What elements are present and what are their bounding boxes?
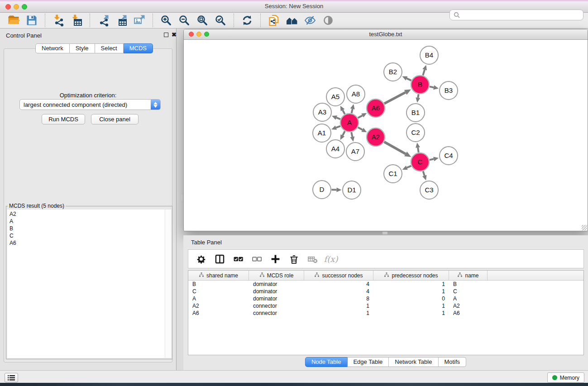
tab-select[interactable]: Select [95, 43, 124, 53]
mcds-result-list[interactable]: A2ABCA6 [7, 210, 171, 358]
table-cell[interactable]: 1 [373, 310, 449, 316]
column-header-shared-name[interactable]: shared name [188, 271, 249, 280]
mcds-result-item[interactable]: A6 [7, 239, 171, 247]
graph-edge-B-B1[interactable] [418, 94, 418, 98]
table-cell[interactable]: C [188, 288, 249, 295]
table-cell[interactable]: A2 [188, 303, 249, 309]
search-box[interactable] [449, 10, 583, 20]
zoom-in-icon[interactable] [159, 14, 173, 27]
table-cell[interactable]: 4 [304, 281, 373, 287]
table-cell[interactable]: connector [249, 303, 304, 309]
graph-edge-A-A2[interactable] [358, 127, 363, 129]
column-header-predecessor-nodes[interactable]: predecessor nodes [373, 271, 449, 280]
table-cell[interactable]: 1 [373, 288, 449, 295]
refresh-view-icon[interactable] [240, 14, 254, 27]
table-cell[interactable]: 1 [373, 303, 449, 309]
table-cell[interactable]: dominator [249, 288, 304, 295]
column-header-successor-nodes[interactable]: successor nodes [304, 271, 373, 280]
graph-edge-C-C4[interactable] [430, 159, 434, 160]
table-cell[interactable]: C [449, 288, 488, 295]
graph-edge-B-B2[interactable] [406, 78, 411, 81]
graph-edge-A-A1[interactable] [336, 126, 340, 128]
table-cell[interactable]: 1 [304, 310, 373, 316]
tab-network[interactable]: Network [35, 43, 70, 53]
network-overview-icon[interactable] [285, 14, 299, 27]
column-visibility-icon[interactable] [214, 253, 225, 265]
select-all-rows-icon[interactable] [232, 253, 244, 265]
graph-edge-A-A3[interactable] [336, 118, 340, 119]
export-image-icon[interactable] [133, 14, 146, 27]
vertical-splitter-handle[interactable] [180, 195, 182, 201]
table-row[interactable]: Bdominator41B [188, 281, 583, 288]
graph-edge-C-C3[interactable] [423, 171, 425, 176]
table-cell[interactable]: A [449, 295, 488, 302]
graph-edge-C-C2[interactable] [418, 148, 419, 152]
graph-edge-A6-B[interactable] [384, 92, 406, 104]
float-panel-icon[interactable] [164, 33, 168, 37]
close-panel-button[interactable]: Close panel [91, 114, 139, 124]
table-cell[interactable]: connector [249, 310, 304, 316]
zoom-selected-icon[interactable] [214, 14, 227, 27]
table-cell[interactable]: 4 [304, 288, 373, 295]
table-cell[interactable]: dominator [249, 295, 304, 302]
result-scrollbar[interactable] [165, 210, 171, 358]
graph-edge-A-A6[interactable] [358, 115, 363, 118]
horizontal-splitter-handle[interactable] [382, 232, 387, 234]
table-cell[interactable]: A2 [449, 303, 488, 309]
show-panels-icon[interactable] [321, 14, 335, 27]
task-history-button[interactable] [5, 373, 18, 382]
table-options-gear-icon[interactable] [195, 253, 207, 265]
graph-edge-B-B4[interactable] [423, 70, 425, 75]
table-cell[interactable]: A6 [449, 310, 488, 316]
table-cell[interactable]: B [449, 281, 488, 287]
mcds-result-item[interactable]: C [7, 232, 171, 239]
memory-button[interactable]: Memory [547, 372, 584, 383]
table-row[interactable]: A6connector11A6 [188, 310, 583, 317]
import-table-icon[interactable] [70, 14, 83, 27]
table-cell[interactable]: 8 [304, 295, 373, 302]
mcds-result-item[interactable]: B [7, 225, 171, 232]
open-session-icon[interactable] [7, 14, 20, 27]
tab-node-table[interactable]: Node Table [305, 357, 348, 367]
mcds-result-item[interactable]: A [7, 218, 171, 225]
add-column-icon[interactable] [269, 253, 281, 265]
tab-motifs[interactable]: Motifs [438, 357, 466, 367]
network-window-titlebar[interactable]: testGlobe.txt [184, 29, 588, 40]
column-header-name[interactable]: name [449, 271, 488, 280]
resize-grip-icon[interactable] [582, 225, 587, 230]
graph-edge-A-A7[interactable] [351, 132, 352, 137]
delete-columns-icon[interactable] [288, 253, 300, 265]
graph-edge-A-A8[interactable] [352, 109, 353, 113]
column-header-MCDS-role[interactable]: MCDS role [249, 271, 304, 280]
graph-edge-A-A5[interactable] [343, 110, 345, 114]
save-session-icon[interactable] [25, 14, 38, 27]
table-cell[interactable]: 1 [304, 303, 373, 309]
export-table-icon[interactable] [115, 14, 128, 27]
table-row[interactable]: A2connector11A2 [188, 302, 583, 310]
import-network-icon[interactable] [52, 14, 65, 27]
duplicate-network-icon[interactable] [267, 14, 281, 27]
table-cell[interactable]: B [188, 281, 249, 287]
tab-network-table[interactable]: Network Table [389, 357, 438, 367]
tab-style[interactable]: Style [70, 43, 95, 53]
graph-edge-B-B3[interactable] [430, 86, 434, 87]
zoom-out-icon[interactable] [177, 14, 191, 27]
zoom-fit-icon[interactable] [196, 14, 209, 27]
graph-edge-A-A4[interactable] [343, 131, 345, 135]
graph-edge-C-C1[interactable] [407, 166, 411, 168]
table-row[interactable]: Adominator80A [188, 295, 583, 302]
tab-mcds[interactable]: MCDS [124, 43, 153, 53]
table-cell[interactable]: 1 [373, 281, 449, 287]
tab-edge-table[interactable]: Edge Table [347, 357, 389, 367]
search-input[interactable] [463, 11, 579, 19]
hide-panels-icon[interactable] [303, 14, 317, 27]
network-canvas[interactable]: A5A8A3A1A4A7AA6A2B2B4BB3B1C2CC4C1C3DD1 [184, 40, 587, 231]
graph-edge-A2-C[interactable] [384, 142, 406, 154]
table-cell[interactable]: A [188, 295, 249, 302]
table-cell[interactable]: 0 [373, 295, 449, 302]
table-cell[interactable]: A6 [188, 310, 249, 316]
deselect-all-rows-icon[interactable] [251, 253, 263, 265]
close-panel-icon[interactable]: ✖ [172, 32, 177, 38]
export-network-icon[interactable] [96, 14, 110, 27]
run-mcds-button[interactable]: Run MCDS [42, 114, 85, 124]
